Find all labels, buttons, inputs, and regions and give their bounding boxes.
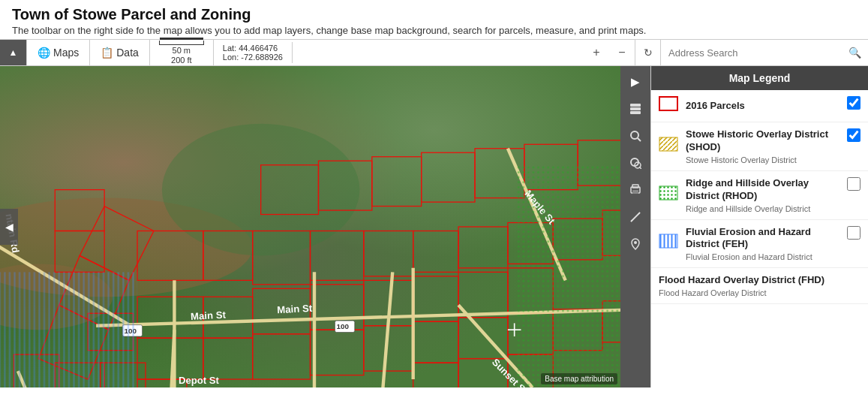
svg-text:Depot St: Depot St bbox=[179, 375, 220, 386]
svg-rect-44 bbox=[413, 321, 458, 363]
shod-title: Stowe Historic Overlay District (SHOD) bbox=[686, 128, 839, 154]
lat-display: Lat: 44.466476 bbox=[223, 44, 283, 53]
parcels-title: 2016 Parcels bbox=[686, 100, 839, 113]
feh-subtitle: Fluvial Erosion and Hazard District bbox=[686, 252, 839, 261]
svg-rect-79 bbox=[0, 272, 137, 387]
shod-subtitle: Stowe Historic Overlay District bbox=[686, 155, 839, 164]
rhod-checkbox[interactable] bbox=[847, 177, 860, 191]
shod-icon bbox=[659, 137, 678, 156]
legend-item-fhd: Flood Hazard Overlay District (FHD) Floo… bbox=[651, 268, 868, 304]
svg-line-87 bbox=[638, 138, 641, 141]
zoom-in-button[interactable]: + bbox=[584, 39, 609, 66]
shod-checkbox[interactable] bbox=[847, 128, 860, 142]
map-collapse-left-button[interactable]: ◀ bbox=[0, 209, 18, 245]
svg-rect-83 bbox=[630, 104, 641, 107]
svg-line-90 bbox=[639, 167, 641, 169]
svg-text:Main St: Main St bbox=[191, 309, 227, 322]
scale-bar-line bbox=[159, 41, 204, 45]
feh-icon bbox=[659, 234, 678, 253]
svg-rect-92 bbox=[632, 190, 638, 194]
svg-point-97 bbox=[634, 241, 637, 244]
legend-panel: Map Legend 2016 Parcels bbox=[650, 66, 868, 387]
search-input[interactable] bbox=[661, 40, 841, 65]
map-area[interactable]: Main St Main St Maple St Sunset St Depot… bbox=[0, 66, 620, 387]
coordinates-display: Lat: 44.466476 Lon: -72.688926 bbox=[214, 42, 293, 63]
svg-rect-104 bbox=[659, 234, 677, 248]
scale-bar-container: 50 m 200 ft bbox=[150, 39, 214, 66]
lon-display: Lon: -72.688926 bbox=[223, 53, 283, 62]
map-overlay: Main St Main St Maple St Sunset St Depot… bbox=[0, 66, 620, 387]
search-icon: 🔍 bbox=[848, 47, 861, 59]
refresh-button[interactable]: ↻ bbox=[635, 39, 661, 66]
svg-rect-93 bbox=[632, 185, 638, 188]
svg-rect-29 bbox=[422, 152, 475, 202]
svg-line-95 bbox=[631, 220, 632, 222]
legend-item-parcels: 2016 Parcels bbox=[651, 90, 868, 122]
print-button[interactable] bbox=[622, 177, 649, 203]
expand-panel-button[interactable]: ▶ bbox=[622, 69, 649, 95]
svg-rect-98 bbox=[659, 97, 677, 110]
svg-rect-84 bbox=[630, 107, 641, 110]
location-button[interactable] bbox=[622, 231, 649, 257]
page-title: Town of Stowe Parcel and Zoning bbox=[12, 6, 856, 23]
svg-rect-12 bbox=[203, 338, 253, 379]
data-icon: 📋 bbox=[101, 47, 113, 59]
scale-bar: 50 m 200 ft bbox=[159, 41, 204, 65]
svg-rect-85 bbox=[630, 111, 641, 114]
map-attribution: Base map attribution bbox=[541, 373, 617, 384]
svg-rect-13 bbox=[253, 334, 311, 379]
svg-rect-28 bbox=[372, 157, 422, 207]
measure-button[interactable] bbox=[622, 204, 649, 230]
collapse-button[interactable]: ▲ bbox=[0, 40, 27, 65]
svg-rect-100 bbox=[659, 137, 677, 151]
rhod-icon bbox=[659, 185, 678, 205]
svg-line-59 bbox=[376, 272, 392, 387]
legend-item-feh: Fluvial Erosion and Hazard District (FEH… bbox=[651, 220, 868, 269]
address-search-box: 🔍 bbox=[661, 40, 868, 65]
parcels-icon bbox=[659, 96, 678, 116]
legend-scroll[interactable]: 2016 Parcels bbox=[651, 90, 868, 387]
feh-title: Fluvial Erosion and Hazard District (FEH… bbox=[686, 226, 839, 252]
legend-header: Map Legend bbox=[651, 66, 868, 90]
svg-rect-14 bbox=[311, 330, 364, 375]
search-parcel-button[interactable] bbox=[622, 123, 649, 149]
main-content: Main St Main St Maple St Sunset St Depot… bbox=[0, 66, 868, 387]
legend-item-rhod: Ridge and Hillside Overlay District (RHO… bbox=[651, 171, 868, 220]
svg-rect-49 bbox=[413, 363, 458, 387]
svg-rect-102 bbox=[659, 186, 677, 200]
layers-button[interactable] bbox=[622, 96, 649, 122]
search-button[interactable]: 🔍 bbox=[841, 40, 868, 65]
svg-rect-11 bbox=[137, 338, 203, 379]
right-tool-sidebar: ▶ bbox=[620, 66, 650, 387]
svg-text:100: 100 bbox=[337, 322, 350, 330]
svg-line-96 bbox=[638, 213, 640, 214]
main-toolbar: ▲ 🌐 Maps 📋 Data 50 m 200 ft Lat: 44.4664… bbox=[0, 39, 868, 66]
svg-rect-20 bbox=[364, 231, 413, 276]
svg-text:Main St: Main St bbox=[277, 303, 313, 315]
svg-rect-9 bbox=[458, 272, 508, 317]
identify-button[interactable] bbox=[622, 150, 649, 176]
page-header: Town of Stowe Parcel and Zoning The tool… bbox=[0, 0, 868, 39]
parcels-checkbox[interactable] bbox=[847, 96, 860, 110]
legend-item-shod: Stowe Historic Overlay District (SHOD) S… bbox=[651, 122, 868, 171]
maps-button[interactable]: 🌐 Maps bbox=[27, 40, 90, 65]
svg-rect-22 bbox=[458, 227, 508, 268]
globe-icon: 🌐 bbox=[38, 47, 50, 59]
rhod-subtitle: Ridge and Hillside Overlay District bbox=[686, 204, 839, 213]
feh-checkbox[interactable] bbox=[847, 226, 860, 240]
svg-rect-21 bbox=[413, 231, 458, 272]
svg-point-86 bbox=[631, 131, 638, 139]
rhod-title: Ridge and Hillside Overlay District (RHO… bbox=[686, 177, 839, 203]
data-button[interactable]: 📋 Data bbox=[90, 40, 150, 65]
zoom-out-button[interactable]: − bbox=[609, 39, 635, 66]
left-arrow-icon: ◀ bbox=[5, 221, 14, 233]
page-subtitle: The toolbar on the right side fo the map… bbox=[12, 25, 856, 36]
svg-rect-77 bbox=[516, 165, 620, 387]
fhd-subtitle: Flood Hazard Overlay District bbox=[659, 288, 860, 297]
fhd-title: Flood Hazard Overlay District (FHD) bbox=[659, 274, 860, 287]
zoom-controls: + − bbox=[584, 39, 635, 66]
